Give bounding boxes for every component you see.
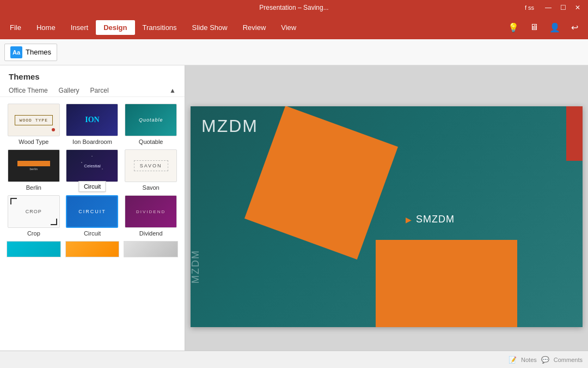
menu-slideshow[interactable]: Slide Show	[185, 20, 235, 35]
theme-label-quotable: Quotable	[139, 138, 163, 145]
theme-thumb-crop: CROP	[8, 195, 60, 228]
slide-area: MZDM ▶ SMZDM MZDM	[185, 65, 588, 368]
theme-label-dividend: Dividend	[139, 230, 163, 237]
theme-savon[interactable]: SAVON Savon	[124, 149, 178, 191]
title-bar: Presentation – Saving... f ss — ☐ ✕	[0, 0, 588, 15]
menu-design[interactable]: Design	[96, 20, 134, 35]
wood-dot	[52, 128, 55, 131]
minimize-button[interactable]: —	[542, 3, 555, 13]
theme-thumb-ion-boardroom: ION	[66, 104, 118, 136]
theme-label-circuit: Circuit	[84, 230, 101, 237]
ion-text: ION	[85, 116, 99, 124]
berlin-content: berlin	[17, 161, 50, 171]
theme-thumb-dividend: DIVIDEND	[125, 195, 177, 228]
monitor-icon[interactable]: 🖥	[526, 20, 542, 34]
notes-label[interactable]: Notes	[521, 357, 537, 363]
theme-thumb-celestial: Celestial	[66, 149, 118, 182]
theme-label-crop: Crop	[27, 230, 40, 237]
close-button[interactable]: ✕	[572, 3, 584, 13]
theme-thumb-partial-2	[65, 241, 120, 257]
menu-view[interactable]: View	[273, 20, 304, 35]
lightbulb-icon[interactable]: 💡	[505, 20, 522, 35]
theme-dividend[interactable]: DIVIDEND Dividend	[124, 195, 178, 237]
undo-icon[interactable]: ↩	[568, 20, 581, 35]
themes-tabs: Office Theme Gallery Parcel ▲	[0, 85, 185, 97]
theme-thumb-savon: SAVON	[125, 149, 177, 182]
ribbon: Aa Themes	[0, 39, 588, 65]
menu-transitions[interactable]: Transitions	[135, 20, 185, 35]
theme-thumb-quotable: Quotable	[125, 104, 177, 136]
theme-thumb-circuit: CIRCUIT	[66, 195, 118, 228]
theme-circuit[interactable]: Circuit CIRCUIT Circuit	[65, 195, 120, 237]
theme-berlin[interactable]: berlin Berlin	[7, 149, 61, 191]
slide[interactable]: MZDM ▶ SMZDM MZDM	[191, 106, 583, 327]
theme-label-ion-boardroom: Ion Boardroom	[72, 138, 112, 145]
slide-title: MZDM	[201, 116, 258, 136]
red-rectangle	[566, 106, 583, 161]
theme-thumb-partial-3	[124, 241, 178, 257]
main-area: Themes Office Theme Gallery Parcel ▲ WOO…	[0, 65, 588, 368]
notes-icon: 📝	[509, 356, 517, 364]
title-text: Presentation – Saving...	[259, 4, 328, 11]
circuit-text: CIRCUIT	[78, 209, 106, 214]
slide-content-box: ▶ SMZDM	[406, 202, 547, 237]
celestial-text: Celestial	[84, 164, 101, 168]
dividend-text: DIVIDEND	[136, 209, 166, 214]
themes-tab-parcel[interactable]: Parcel	[90, 87, 109, 96]
themes-tab-office[interactable]: Office Theme	[9, 87, 48, 96]
maximize-button[interactable]: ☐	[557, 3, 569, 13]
berlin-bar	[17, 161, 50, 166]
play-icon: ▶	[406, 215, 412, 224]
themes-grid-scroll[interactable]: WOOD TYPE Wood Type ION Ion Boardroom Qu…	[0, 99, 185, 355]
berlin-subtext: berlin	[29, 167, 38, 171]
theme-crop[interactable]: CROP Crop	[7, 195, 61, 237]
wood-type-inner-text: WOOD TYPE	[15, 115, 53, 125]
theme-label-berlin: Berlin	[26, 184, 41, 191]
scroll-up-arrow[interactable]: ▲	[169, 87, 176, 96]
theme-label-wood-type: Wood Type	[19, 138, 48, 145]
themes-panel: Themes Office Theme Gallery Parcel ▲ WOO…	[0, 65, 185, 368]
theme-ion-boardroom[interactable]: ION Ion Boardroom	[65, 104, 120, 145]
themes-grid: WOOD TYPE Wood Type ION Ion Boardroom Qu…	[7, 104, 178, 237]
theme-quotable[interactable]: Quotable Quotable	[124, 104, 178, 145]
crop-corner-tl	[10, 198, 17, 204]
menu-home[interactable]: Home	[29, 20, 63, 35]
crop-text: CROP	[26, 209, 42, 214]
themes-panel-header: Themes	[0, 65, 185, 85]
menu-insert[interactable]: Insert	[63, 20, 96, 35]
aa-icon: Aa	[10, 46, 22, 58]
themes-tab-gallery[interactable]: Gallery	[59, 87, 79, 96]
circuit-tooltip: Circuit	[79, 181, 106, 192]
orange-shape-tilted	[244, 106, 398, 260]
comments-label[interactable]: Comments	[554, 357, 583, 363]
orange-shape-main	[376, 240, 517, 327]
savon-inner-text: SAVON	[134, 160, 168, 171]
theme-thumb-berlin: berlin	[8, 149, 60, 182]
person-icon[interactable]: 👤	[546, 20, 564, 35]
slide-watermark: MZDM	[191, 250, 201, 283]
menu-bar: File Home Insert Design Transitions Slid…	[0, 15, 588, 39]
theme-thumb-wood-type: WOOD TYPE	[8, 104, 60, 136]
menu-file[interactable]: File	[2, 20, 29, 35]
themes-ribbon-label: Themes	[26, 48, 51, 56]
menu-review[interactable]: Review	[235, 20, 274, 35]
theme-wood-type[interactable]: WOOD TYPE Wood Type	[7, 104, 61, 145]
fss-label: f ss	[525, 4, 534, 11]
crop-corner-br	[51, 219, 57, 225]
theme-label-savon: Savon	[143, 184, 160, 191]
slide-smzdm-text: SMZDM	[416, 214, 455, 225]
comments-icon: 💬	[541, 356, 549, 364]
themes-partial-row	[7, 241, 178, 257]
themes-ribbon-button[interactable]: Aa Themes	[4, 44, 57, 61]
quotable-text: Quotable	[139, 117, 163, 123]
bottom-bar: 📝 Notes 💬 Comments	[0, 351, 588, 368]
theme-thumb-partial-1	[7, 241, 61, 257]
